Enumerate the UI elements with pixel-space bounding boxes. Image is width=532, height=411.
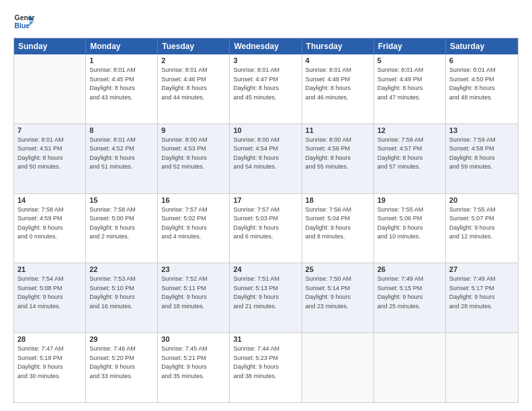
day-info: Sunrise: 8:01 AM Sunset: 4:51 PM Dayligh… [17, 136, 82, 172]
day-number: 18 [306, 196, 370, 204]
day-number: 10 [233, 126, 298, 134]
day-number: 21 [17, 265, 82, 273]
day-number: 13 [449, 126, 515, 134]
calendar-cell: 6Sunrise: 8:01 AM Sunset: 4:50 PM Daylig… [446, 54, 518, 124]
svg-text:Blue: Blue [15, 22, 30, 30]
day-number: 11 [306, 126, 370, 134]
calendar-cell: 28Sunrise: 7:47 AM Sunset: 5:18 PM Dayli… [14, 333, 86, 402]
day-info: Sunrise: 7:57 AM Sunset: 5:03 PM Dayligh… [233, 205, 298, 242]
calendar-cell: 10Sunrise: 8:00 AM Sunset: 4:54 PM Dayli… [230, 124, 302, 193]
day-info: Sunrise: 7:51 AM Sunset: 5:13 PM Dayligh… [233, 275, 298, 311]
day-number: 25 [306, 265, 370, 273]
calendar-cell [14, 54, 86, 124]
day-info: Sunrise: 8:00 AM Sunset: 4:56 PM Dayligh… [306, 136, 370, 172]
calendar-cell: 5Sunrise: 8:01 AM Sunset: 4:49 PM Daylig… [374, 54, 446, 124]
calendar-cell: 27Sunrise: 7:49 AM Sunset: 5:17 PM Dayli… [446, 263, 518, 332]
page: General Blue SundayMondayTuesdayWednesda… [0, 0, 532, 411]
calendar-row: 7Sunrise: 8:01 AM Sunset: 4:51 PM Daylig… [14, 124, 518, 194]
calendar-header-day: Sunday [14, 38, 86, 54]
calendar-header: SundayMondayTuesdayWednesdayThursdayFrid… [14, 38, 518, 54]
calendar-row: 14Sunrise: 7:58 AM Sunset: 4:59 PM Dayli… [14, 194, 518, 264]
day-info: Sunrise: 7:53 AM Sunset: 5:10 PM Dayligh… [89, 275, 154, 311]
calendar-cell: 7Sunrise: 8:01 AM Sunset: 4:51 PM Daylig… [14, 124, 86, 193]
calendar-cell [374, 333, 446, 402]
day-number: 17 [233, 196, 298, 204]
calendar-header-day: Saturday [446, 38, 518, 54]
day-info: Sunrise: 7:57 AM Sunset: 5:02 PM Dayligh… [161, 205, 226, 242]
day-info: Sunrise: 7:59 AM Sunset: 4:58 PM Dayligh… [449, 136, 515, 172]
day-info: Sunrise: 8:01 AM Sunset: 4:52 PM Dayligh… [89, 136, 154, 172]
day-number: 27 [449, 265, 515, 273]
logo-icon: General Blue [13, 11, 35, 32]
calendar-cell: 15Sunrise: 7:58 AM Sunset: 5:00 PM Dayli… [86, 194, 158, 263]
day-number: 30 [161, 335, 226, 343]
day-number: 16 [161, 196, 226, 204]
calendar-header-day: Monday [86, 38, 158, 54]
day-number: 6 [449, 56, 515, 64]
day-number: 5 [378, 56, 442, 64]
day-number: 15 [89, 196, 154, 204]
calendar-cell: 9Sunrise: 8:00 AM Sunset: 4:53 PM Daylig… [158, 124, 230, 193]
day-number: 7 [17, 126, 82, 134]
calendar-cell: 30Sunrise: 7:45 AM Sunset: 5:21 PM Dayli… [158, 333, 230, 402]
day-info: Sunrise: 8:00 AM Sunset: 4:54 PM Dayligh… [233, 136, 298, 172]
day-info: Sunrise: 7:50 AM Sunset: 5:14 PM Dayligh… [306, 275, 370, 311]
calendar-cell: 11Sunrise: 8:00 AM Sunset: 4:56 PM Dayli… [302, 124, 374, 193]
calendar-cell: 2Sunrise: 8:01 AM Sunset: 4:46 PM Daylig… [158, 54, 230, 124]
day-info: Sunrise: 8:01 AM Sunset: 4:49 PM Dayligh… [378, 66, 442, 102]
day-number: 2 [161, 56, 226, 64]
day-info: Sunrise: 7:58 AM Sunset: 4:59 PM Dayligh… [17, 205, 82, 242]
day-number: 20 [449, 196, 515, 204]
calendar-cell: 21Sunrise: 7:54 AM Sunset: 5:08 PM Dayli… [14, 263, 86, 332]
day-info: Sunrise: 8:01 AM Sunset: 4:45 PM Dayligh… [89, 66, 154, 102]
day-info: Sunrise: 7:44 AM Sunset: 5:23 PM Dayligh… [233, 345, 298, 381]
day-info: Sunrise: 8:00 AM Sunset: 4:53 PM Dayligh… [161, 136, 226, 172]
calendar-header-day: Wednesday [230, 38, 302, 54]
calendar-cell: 24Sunrise: 7:51 AM Sunset: 5:13 PM Dayli… [230, 263, 302, 332]
day-info: Sunrise: 7:49 AM Sunset: 5:15 PM Dayligh… [378, 275, 442, 311]
day-number: 8 [89, 126, 154, 134]
calendar-header-day: Tuesday [158, 38, 230, 54]
calendar-cell: 14Sunrise: 7:58 AM Sunset: 4:59 PM Dayli… [14, 194, 86, 263]
calendar-cell: 26Sunrise: 7:49 AM Sunset: 5:15 PM Dayli… [374, 263, 446, 332]
day-number: 12 [378, 126, 442, 134]
calendar-cell: 4Sunrise: 8:01 AM Sunset: 4:48 PM Daylig… [302, 54, 374, 124]
calendar-cell: 17Sunrise: 7:57 AM Sunset: 5:03 PM Dayli… [230, 194, 302, 263]
calendar-cell: 8Sunrise: 8:01 AM Sunset: 4:52 PM Daylig… [86, 124, 158, 193]
day-info: Sunrise: 7:54 AM Sunset: 5:08 PM Dayligh… [17, 275, 82, 311]
calendar-cell: 16Sunrise: 7:57 AM Sunset: 5:02 PM Dayli… [158, 194, 230, 263]
day-number: 4 [306, 56, 370, 64]
calendar-cell: 1Sunrise: 8:01 AM Sunset: 4:45 PM Daylig… [86, 54, 158, 124]
day-info: Sunrise: 8:01 AM Sunset: 4:47 PM Dayligh… [233, 66, 298, 102]
day-number: 9 [161, 126, 226, 134]
day-number: 31 [233, 335, 298, 343]
calendar-header-day: Friday [374, 38, 446, 54]
day-info: Sunrise: 7:55 AM Sunset: 5:07 PM Dayligh… [449, 205, 515, 242]
calendar-body: 1Sunrise: 8:01 AM Sunset: 4:45 PM Daylig… [14, 54, 518, 402]
calendar-cell [302, 333, 374, 402]
calendar-header-day: Thursday [302, 38, 374, 54]
day-info: Sunrise: 7:58 AM Sunset: 5:00 PM Dayligh… [89, 205, 154, 242]
day-info: Sunrise: 7:55 AM Sunset: 5:06 PM Dayligh… [378, 205, 442, 242]
day-info: Sunrise: 7:59 AM Sunset: 4:57 PM Dayligh… [378, 136, 442, 172]
day-number: 3 [233, 56, 298, 64]
calendar-cell: 29Sunrise: 7:46 AM Sunset: 5:20 PM Dayli… [86, 333, 158, 402]
day-number: 19 [378, 196, 442, 204]
day-number: 28 [17, 335, 82, 343]
calendar-row: 21Sunrise: 7:54 AM Sunset: 5:08 PM Dayli… [14, 263, 518, 333]
day-info: Sunrise: 7:52 AM Sunset: 5:11 PM Dayligh… [161, 275, 226, 311]
calendar-cell: 18Sunrise: 7:56 AM Sunset: 5:04 PM Dayli… [302, 194, 374, 263]
day-info: Sunrise: 8:01 AM Sunset: 4:46 PM Dayligh… [161, 66, 226, 102]
day-info: Sunrise: 7:49 AM Sunset: 5:17 PM Dayligh… [449, 275, 515, 311]
day-info: Sunrise: 7:47 AM Sunset: 5:18 PM Dayligh… [17, 345, 82, 381]
calendar-cell: 31Sunrise: 7:44 AM Sunset: 5:23 PM Dayli… [230, 333, 302, 402]
calendar-cell: 22Sunrise: 7:53 AM Sunset: 5:10 PM Dayli… [86, 263, 158, 332]
calendar-cell: 19Sunrise: 7:55 AM Sunset: 5:06 PM Dayli… [374, 194, 446, 263]
calendar-cell: 20Sunrise: 7:55 AM Sunset: 5:07 PM Dayli… [446, 194, 518, 263]
calendar-row: 28Sunrise: 7:47 AM Sunset: 5:18 PM Dayli… [14, 333, 518, 402]
calendar-cell: 25Sunrise: 7:50 AM Sunset: 5:14 PM Dayli… [302, 263, 374, 332]
calendar: SundayMondayTuesdayWednesdayThursdayFrid… [13, 38, 519, 403]
day-info: Sunrise: 7:56 AM Sunset: 5:04 PM Dayligh… [306, 205, 370, 242]
day-number: 26 [378, 265, 442, 273]
calendar-cell: 3Sunrise: 8:01 AM Sunset: 4:47 PM Daylig… [230, 54, 302, 124]
